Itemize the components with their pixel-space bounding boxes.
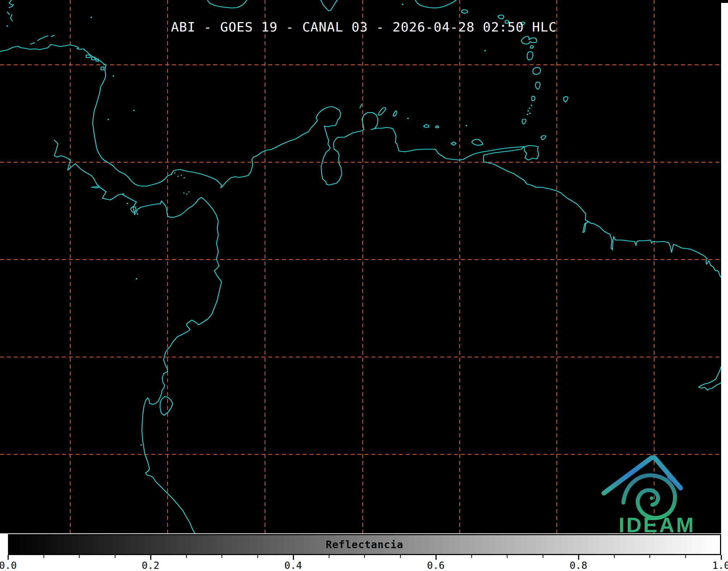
islet-dot: [174, 172, 175, 173]
colorbar-tick-label: 0.6: [427, 560, 445, 571]
map-frame-corner: [721, 0, 728, 3]
colorbar-major-tick: [150, 555, 151, 560]
islet-dot: [186, 193, 187, 194]
islet-dot: [183, 192, 184, 193]
colorbar-tick-label: 0.0: [0, 560, 17, 571]
islet-dot: [527, 110, 529, 112]
colorbar-tick-label: 0.8: [570, 560, 588, 571]
islands-trinidad-tobago: [524, 136, 546, 160]
island-puna: [160, 396, 173, 415]
colorbar-axis: 0.00.20.40.60.81.0: [0, 555, 728, 571]
colorbar-minor-tick: [186, 555, 187, 558]
colorbar-minor-tick: [329, 555, 329, 558]
colorbar-minor-tick: [115, 555, 115, 558]
map: ABI - GOES 19 - CANAL 03 - 2026-04-28 02…: [0, 0, 721, 533]
image-title: ABI - GOES 19 - CANAL 03 - 2026-04-28 02…: [171, 21, 557, 34]
islet-dot: [527, 114, 528, 115]
colorbar-minor-tick: [222, 555, 222, 558]
colorbar-major-tick: [578, 555, 579, 560]
colorbar-tick-label: 0.4: [285, 560, 302, 571]
islet-dot: [184, 177, 185, 178]
colorbar-minor-tick: [43, 555, 44, 558]
ideam-logo-text: IDEAM: [619, 513, 695, 533]
islet-dot: [188, 191, 189, 192]
hurricane-spiral-icon: [623, 475, 675, 518]
islet-dot: [531, 105, 532, 106]
satellite-image-figure: ABI - GOES 19 - CANAL 03 - 2026-04-28 02…: [0, 0, 728, 571]
colorbar-minor-tick: [471, 555, 472, 558]
islet-dot: [181, 175, 182, 176]
islet-dot: [136, 278, 137, 280]
islet-dot: [140, 444, 142, 446]
colorbar-minor-tick: [257, 555, 258, 558]
islet-dot: [529, 113, 531, 114]
islet-dot: [529, 108, 530, 109]
islet-dot: [177, 176, 178, 177]
coastline-amazon-bank: [699, 367, 721, 390]
islet-dot: [7, 25, 8, 27]
colorbar-minor-tick: [507, 555, 508, 558]
colorbar-tick-label: 1.0: [712, 560, 728, 571]
colorbar-minor-tick: [543, 555, 543, 558]
islet-dot: [407, 118, 409, 119]
coastline-caribbean-mainland: [0, 45, 721, 277]
islet-dot: [133, 110, 135, 111]
colorbar-minor-tick: [364, 555, 365, 558]
ideam-logo: IDEAM: [597, 452, 717, 533]
island-dots: [7, 4, 532, 446]
figure-right-margin: [721, 0, 728, 571]
colorbar-major-tick: [435, 555, 437, 560]
colorbar-minor-tick: [685, 555, 686, 558]
islet-dot: [127, 203, 128, 204]
colorbar-label: Reflectancia: [326, 539, 403, 551]
coastline-pacific: [54, 140, 222, 533]
islet-dot: [466, 125, 467, 126]
islands-venezuela-offshore: [360, 104, 483, 145]
colorbar-major-tick: [8, 555, 9, 560]
colorbar-minor-tick: [400, 555, 401, 558]
islands-caribbean-west: [7, 0, 136, 213]
colorbar-major-tick: [721, 555, 722, 560]
islet-dot: [484, 50, 486, 51]
colorbar-minor-tick: [79, 555, 80, 558]
colorbar-minor-tick: [649, 555, 650, 558]
islet-dot: [91, 17, 92, 18]
colorbar-minor-tick: [614, 555, 615, 558]
islet-dot: [137, 213, 138, 215]
islet-dot: [108, 119, 109, 120]
colorbar: Reflectancia: [8, 534, 721, 555]
colorbar-major-tick: [293, 555, 294, 560]
islet-dot: [113, 75, 114, 77]
colorbar-tick-label: 0.2: [142, 560, 160, 571]
islet-dot: [171, 173, 172, 175]
islet-dot: [402, 4, 403, 5]
